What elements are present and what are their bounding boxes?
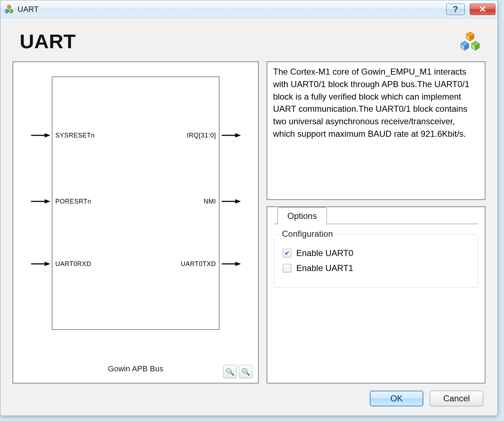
port-out-uart0txd: UART0TXD	[220, 261, 241, 267]
close-button[interactable]: ✕	[470, 4, 495, 15]
port-out-irq-31-0-: IRQ[31:0]	[220, 132, 241, 138]
checkbox-unchecked-icon[interactable]: ✔	[283, 264, 291, 272]
svg-marker-27	[235, 199, 241, 204]
cancel-button[interactable]: Cancel	[430, 391, 483, 406]
checkbox-checked-icon[interactable]: ✔	[283, 249, 291, 257]
titlebar[interactable]: UART ? ✕	[0, 0, 498, 18]
header-cubes-icon	[458, 31, 483, 52]
svg-marker-29	[235, 262, 241, 266]
arrow-right-icon	[30, 132, 50, 138]
svg-marker-23	[45, 262, 50, 266]
svg-marker-21	[45, 199, 50, 204]
app-cubes-icon	[4, 4, 14, 14]
checkbox-label: Enable UART0	[296, 248, 353, 258]
help-button[interactable]: ?	[446, 4, 465, 15]
port-label: NMI	[204, 198, 216, 205]
tabbar: Options	[274, 206, 478, 224]
svg-marker-25	[235, 133, 241, 137]
arrow-right-icon	[221, 199, 241, 204]
page-title: UART	[20, 30, 76, 53]
arrow-right-icon	[221, 261, 241, 267]
group-title: Configuration	[279, 229, 336, 239]
zoom-in-button[interactable]: 🔍	[223, 365, 237, 379]
diagram-panel: SYSRESETnPORESRTnUART0RXDIRQ[31:0]NMIUAR…	[12, 61, 259, 384]
block-diagram: SYSRESETnPORESRTnUART0RXDIRQ[31:0]NMIUAR…	[24, 76, 247, 359]
dialog-footer: OK Cancel	[12, 384, 485, 408]
dialog-window: UART ? ✕ UART	[0, 0, 498, 416]
window-title: UART	[17, 5, 39, 14]
options-panel: Options Configuration ✔Enable UART0✔Enab…	[267, 206, 485, 384]
checkbox-row-enable-uart0[interactable]: ✔Enable UART0	[283, 248, 469, 258]
port-in-sysresetn: SYSRESETn	[30, 132, 51, 138]
port-label: SYSRESETn	[55, 132, 95, 139]
dialog-body: UART	[0, 18, 498, 416]
tab-options[interactable]: Options	[277, 207, 327, 225]
port-in-poresrtn: PORESRTn	[30, 199, 51, 204]
port-in-uart0rxd: UART0RXD	[30, 261, 51, 267]
bus-label: Gowin APB Bus	[108, 364, 163, 374]
arrow-right-icon	[30, 199, 50, 204]
svg-marker-19	[45, 133, 50, 137]
ok-button[interactable]: OK	[370, 391, 423, 406]
port-out-nmi: NMI	[220, 199, 241, 204]
header-row: UART	[12, 28, 485, 55]
arrow-right-icon	[30, 261, 50, 267]
port-label: UART0TXD	[181, 260, 216, 268]
checkbox-row-enable-uart1[interactable]: ✔Enable UART1	[283, 263, 469, 273]
description-panel: The Cortex-M1 core of Gowin_EMPU_M1 inte…	[267, 61, 485, 200]
arrow-right-icon	[221, 132, 241, 138]
checkbox-label: Enable UART1	[296, 263, 353, 273]
port-label: IRQ[31:0]	[187, 132, 216, 139]
zoom-out-button[interactable]: 🔍	[239, 365, 252, 379]
configuration-group: Configuration ✔Enable UART0✔Enable UART1	[274, 234, 478, 288]
port-label: PORESRTn	[55, 198, 91, 205]
port-label: UART0RXD	[55, 260, 91, 268]
